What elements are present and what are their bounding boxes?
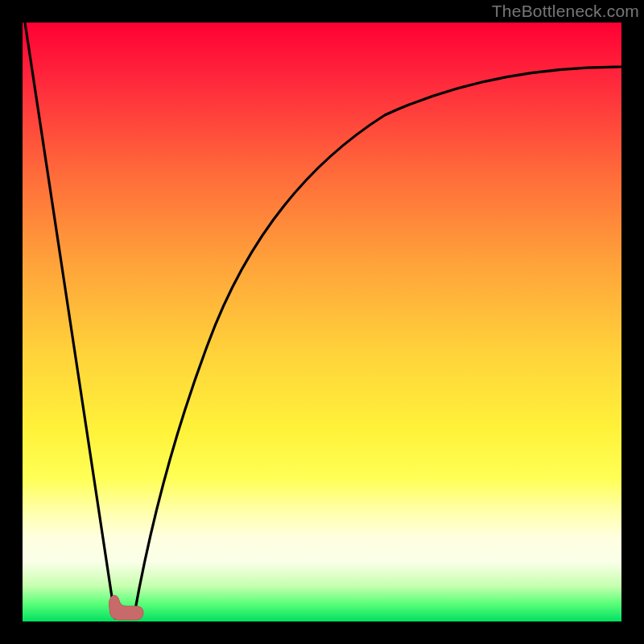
curve-left-branch — [25, 23, 115, 618]
chart-frame: TheBottleneck.com — [0, 0, 644, 644]
curve-right-branch — [134, 67, 621, 618]
watermark-text: TheBottleneck.com — [492, 2, 639, 21]
chart-curves — [23, 23, 621, 621]
chart-plot-area — [23, 23, 621, 621]
